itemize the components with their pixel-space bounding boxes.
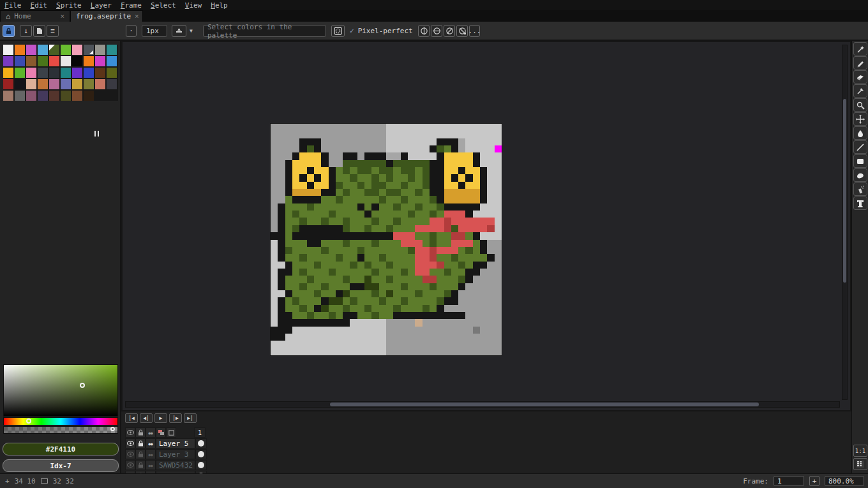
layer-2-cel[interactable] [198, 462, 204, 468]
frog-sprite-canvas[interactable] [271, 124, 502, 355]
zoom-tool[interactable] [853, 98, 867, 112]
last-frame-button[interactable]: ▶| [184, 413, 197, 423]
mask-button[interactable] [331, 25, 345, 37]
alpha-marker[interactable] [110, 427, 115, 431]
palette-swatch-23[interactable] [38, 68, 48, 78]
palette-swatch-26[interactable] [72, 68, 82, 78]
horizontal-scrollbar-thumb[interactable] [330, 403, 759, 406]
palette-swatch-0[interactable] [3, 45, 13, 55]
lock-column-icon[interactable] [135, 427, 146, 438]
tab-home-close-icon[interactable]: × [60, 12, 64, 20]
palette-swatch-12[interactable] [26, 56, 36, 66]
palette-swatch-9[interactable] [107, 45, 117, 55]
palette-swatch-30[interactable] [3, 79, 13, 89]
link-column-icon[interactable]: ●● [146, 427, 156, 438]
layer-2-link-icon[interactable]: ●● [146, 460, 156, 470]
palette-swatch-24[interactable] [49, 68, 59, 78]
palette-swatch-38[interactable] [95, 79, 105, 89]
palette-swatch-28[interactable] [95, 68, 105, 78]
visibility-column-icon[interactable] [125, 427, 135, 438]
lock-button[interactable] [3, 25, 15, 37]
magic-wand-tool[interactable] [853, 42, 867, 55]
layer-row-0[interactable]: ●●Layer 5 [125, 438, 336, 449]
palette-swatch-17[interactable] [84, 56, 94, 66]
symmetry-vertical-button[interactable] [418, 25, 430, 37]
palette-swatch-41[interactable] [15, 91, 25, 101]
menu-button[interactable]: ≡ [47, 25, 59, 37]
frame-number-header[interactable]: 1 [194, 427, 206, 438]
symmetry-diagonal-button[interactable] [444, 25, 455, 37]
palette-swatch-6[interactable] [72, 45, 82, 55]
alpha-slider[interactable] [3, 426, 118, 434]
palette-swatch-21[interactable] [15, 68, 25, 78]
hue-marker[interactable] [26, 418, 31, 424]
jumble-tool[interactable] [853, 126, 867, 140]
move-tool[interactable] [853, 112, 867, 126]
layer-2-eye-icon[interactable] [125, 460, 135, 470]
layer-0-lock-icon[interactable] [135, 438, 146, 448]
horizontal-scrollbar[interactable] [125, 401, 840, 408]
layer-1-eye-icon[interactable] [125, 449, 135, 459]
hex-color-button[interactable]: #2F4110 [3, 443, 119, 455]
pixel-perfect-toggle[interactable]: ✓ Pixel-perfect [350, 25, 413, 37]
palette-swatch-33[interactable] [38, 79, 48, 89]
menu-item-edit[interactable]: Edit [31, 1, 48, 10]
canvas-area[interactable] [121, 41, 851, 411]
palette-swatch-20[interactable] [3, 68, 13, 78]
brush-dot-button[interactable]: · [126, 25, 137, 37]
layer-2-frame-cell[interactable] [195, 460, 207, 470]
layer-0-eye-icon[interactable] [125, 438, 135, 448]
zoom-level-field[interactable]: 800.0% [825, 476, 864, 486]
vertical-scrollbar[interactable] [842, 45, 848, 400]
palette-swatch-4[interactable] [49, 45, 59, 55]
tab-frog-close-icon[interactable]: × [135, 12, 139, 20]
tab-frog-aseprite[interactable]: frog.aseprite × [70, 10, 143, 22]
frame-number-field[interactable]: 1 [774, 476, 804, 486]
ink-dropdown-icon[interactable]: ▼ [190, 28, 193, 34]
brush-size-field[interactable]: 1px [142, 25, 167, 37]
palette-swatch-13[interactable] [38, 56, 48, 66]
palette-swatch-27[interactable] [84, 68, 94, 78]
palette-swatch-35[interactable] [61, 79, 71, 89]
spray-tool[interactable] [853, 182, 867, 196]
palette-swatch-8[interactable] [95, 45, 105, 55]
previous-frame-button[interactable]: ◀| [140, 413, 153, 423]
palette-swatch-39[interactable] [107, 79, 117, 89]
palette-swatch-37[interactable] [84, 79, 94, 89]
palette-swatch-43[interactable] [38, 91, 48, 101]
layer-1-cel[interactable] [198, 451, 204, 457]
first-frame-button[interactable]: |◀ [125, 413, 138, 423]
palette-swatch-3[interactable] [38, 45, 48, 55]
palette-swatch-45[interactable] [61, 91, 71, 101]
palette-swatch-5[interactable] [61, 45, 71, 55]
palette-index-button[interactable]: Idx-7 [3, 459, 119, 472]
pencil-tool[interactable] [853, 56, 867, 70]
palette-swatch-2[interactable] [26, 45, 36, 55]
palette-swatch-29[interactable] [107, 68, 117, 78]
eyedropper-tool[interactable] [853, 84, 867, 98]
hue-slider[interactable] [3, 417, 118, 425]
symmetry-options-button[interactable]: ... [469, 25, 480, 37]
palette-swatch-14[interactable] [49, 56, 59, 66]
timeline-1to1-button[interactable]: 1:1 [853, 445, 867, 457]
menu-item-help[interactable]: Help [211, 1, 228, 10]
palette-swatch-44[interactable] [49, 91, 59, 101]
palette-swatch-15[interactable] [61, 56, 71, 66]
document-button[interactable] [33, 25, 45, 37]
timeline-grid-button[interactable] [853, 458, 867, 470]
palette-swatch-1[interactable] [15, 45, 25, 55]
symmetry-horizontal-button[interactable] [431, 25, 442, 37]
menu-item-frame[interactable]: Frame [121, 1, 142, 10]
contour-tool[interactable] [853, 168, 867, 182]
menu-item-select[interactable]: Select [151, 1, 176, 10]
palette-select-field[interactable]: Select colors in the palette [203, 25, 326, 37]
layer-0-cel[interactable] [198, 440, 204, 447]
layer-1-link-icon[interactable]: ●● [146, 449, 156, 459]
palette-swatch-18[interactable] [95, 56, 105, 66]
palette-swatch-36[interactable] [72, 79, 82, 89]
layer-1-lock-icon[interactable] [135, 449, 146, 459]
menu-item-sprite[interactable]: Sprite [56, 1, 82, 10]
text-tool[interactable] [853, 196, 867, 210]
rectangle-tool[interactable] [853, 154, 867, 168]
palette-swatch-46[interactable] [72, 91, 82, 101]
